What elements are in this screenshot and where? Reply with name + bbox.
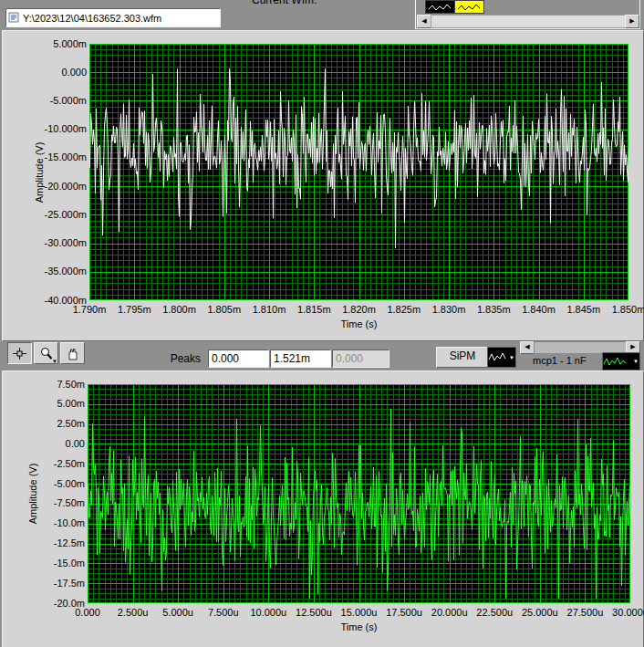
top-graph-x-tick-label: 1.815m: [297, 304, 331, 315]
bottom-graph-y-tick-label: -15.0m: [54, 558, 85, 569]
channel-name-label[interactable]: mcp1 - 1 nF: [533, 355, 587, 366]
top-graph-plot-area[interactable]: [89, 44, 628, 300]
bottom-graph-x-tick-label: 27.500u: [567, 607, 604, 618]
bottom-graph-x-tick-label: 22.500u: [476, 607, 513, 618]
peak-value-1-input[interactable]: [208, 350, 269, 368]
left-arrow-icon: ◀: [421, 17, 426, 24]
peak-value-2-input[interactable]: [270, 350, 331, 368]
top-graph-x-tick-label: 1.790m: [73, 304, 107, 315]
current-wfm-path-value: Y:\2023\12\04\163652.303.wfm: [23, 13, 161, 24]
sipm-plot-label: SiPM: [436, 347, 489, 368]
bottom-graph-x-tick-label: 2.500u: [118, 607, 149, 618]
bottom-graph-x-tick-label: 10.000u: [250, 607, 286, 618]
waveform-sample-icon: [603, 356, 627, 368]
top-graph-x-tick-label: 1.825m: [387, 304, 421, 315]
top-graph-x-axis-ticks: 1.790m1.795m1.800m1.805m1.810m1.815m1.82…: [3, 304, 643, 316]
top-graph-y-tick-label: -25.000m: [45, 209, 87, 220]
top-graph-x-tick-label: 1.850m: [612, 304, 644, 315]
bottom-graph-y-tick-label: 0.00: [66, 438, 85, 449]
top-graph-x-tick-label: 1.800m: [162, 304, 196, 315]
legend-scrollbar-track[interactable]: [431, 15, 626, 28]
top-graph-y-tick-label: -5.000m: [50, 95, 87, 106]
bottom-graph-y-tick-label: 7.50m: [57, 379, 85, 390]
pan-tool-button[interactable]: [60, 342, 85, 364]
bottom-graph-x-tick-label: 12.500u: [296, 607, 332, 618]
waveform-sample-icon: [457, 3, 483, 12]
top-graph-y-tick-label: -15.000m: [45, 151, 87, 162]
path-browse-icon: [8, 11, 20, 26]
waveform-sample-icon: [428, 3, 453, 12]
bottom-graph-y-tick-label: -10.0m: [54, 517, 85, 528]
right-arrow-icon: ▶: [630, 343, 635, 350]
bottom-graph-y-tick-label: -7.50m: [54, 497, 85, 508]
bottom-graph-panel: Amplitude (V) 7.50m5.00m2.50m0.00-2.50m-…: [2, 370, 644, 647]
top-graph-y-tick-label: 0.000: [61, 67, 87, 78]
bottom-graph-y-tick-label: -17.5m: [54, 578, 85, 589]
bottom-graph-y-tick-label: -5.00m: [54, 478, 85, 489]
peaks-label: Peaks: [144, 352, 201, 365]
bottom-graph-x-tick-label: 30.000u: [612, 607, 644, 618]
channel-plot-sample[interactable]: ▼: [602, 352, 640, 370]
plot-legend-strip: ◀ ▶: [415, 0, 640, 29]
bottom-graph-y-tick-label: 2.50m: [57, 418, 85, 429]
top-graph-x-tick-label: 1.840m: [522, 304, 556, 315]
bottom-graph-x-tick-label: 0.000: [75, 607, 100, 618]
channel-scroll-left-button[interactable]: ◀: [520, 341, 535, 354]
bottom-graph-x-tick-label: 25.000u: [522, 607, 558, 618]
right-arrow-icon: ▶: [629, 17, 634, 24]
top-graph-x-tick-label: 1.835m: [477, 304, 511, 315]
bottom-graph-y-tick-label: -2.50m: [54, 458, 85, 469]
left-arrow-icon: ◀: [525, 343, 529, 350]
sipm-plot-sample[interactable]: ▼: [487, 347, 516, 368]
dropdown-arrow-icon: ▼: [52, 359, 57, 364]
plot-legend-sample-black[interactable]: [425, 0, 455, 14]
top-graph-y-tick-label: -20.000m: [45, 181, 87, 192]
top-graph-x-tick-label: 1.820m: [342, 304, 376, 315]
labview-front-panel: Current Wfm: Y:\2023\12\04\163652.303.wf…: [0, 0, 644, 647]
bottom-graph-x-axis-ticks: 0.0002.500u5.000u7.500u10.000u12.500u15.…: [3, 607, 643, 619]
top-graph-x-tick-label: 1.805m: [207, 304, 241, 315]
zoom-tool-button[interactable]: ▼: [34, 342, 58, 364]
crosshair-icon: [12, 347, 27, 360]
top-graph-x-axis-title: Time (s): [89, 318, 628, 329]
bottom-graph-x-tick-label: 17.500u: [386, 607, 422, 618]
peak-value-3-input-disabled: [332, 350, 390, 368]
plot-legend-sample-selected[interactable]: [454, 0, 484, 14]
top-graph-y-tick-label: -10.000m: [45, 123, 87, 134]
dropdown-arrow-icon: ▼: [509, 355, 514, 360]
bottom-graph-y-tick-label: 5.00m: [57, 398, 85, 409]
bottom-graph-x-axis-title: Time (s): [88, 621, 630, 632]
top-graph-x-tick-label: 1.830m: [432, 304, 466, 315]
bottom-graph-y-tick-label: -12.5m: [54, 537, 85, 548]
top-graph-y-axis-ticks: 5.000m0.000-5.000m-10.000m-15.000m-20.00…: [19, 31, 87, 340]
legend-scroll-left-button[interactable]: ◀: [417, 15, 431, 28]
hand-icon: [66, 347, 80, 360]
current-wfm-label: Current Wfm:: [252, 0, 325, 6]
bottom-graph-plot-area[interactable]: [88, 384, 630, 603]
graph-tools-palette: ▼: [7, 342, 85, 364]
top-graph-panel: Amplitude (V) 5.000m0.000-5.000m-10.000m…: [2, 30, 644, 341]
cursor-tool-button[interactable]: [7, 342, 32, 364]
waveform-sample-icon: [488, 351, 506, 363]
top-graph-y-tick-label: 5.000m: [53, 38, 87, 49]
top-graph-x-tick-label: 1.810m: [253, 304, 286, 315]
dropdown-arrow-icon: ▼: [633, 359, 639, 364]
current-wfm-path-control[interactable]: Y:\2023\12\04\163652.303.wfm: [5, 8, 221, 27]
legend-scroll-right-button[interactable]: ▶: [625, 15, 639, 28]
top-graph-x-tick-label: 1.795m: [118, 304, 151, 315]
top-graph-y-tick-label: -35.000m: [45, 266, 87, 277]
top-graph-y-tick-label: -30.000m: [45, 237, 87, 248]
bottom-graph-y-axis-ticks: 7.50m5.00m2.50m0.00-2.50m-5.00m-7.50m-10…: [19, 371, 85, 647]
current-wfm-label-clip: Current Wfm:: [252, 0, 325, 6]
bottom-graph-x-tick-label: 20.000u: [431, 607, 468, 618]
bottom-graph-x-tick-label: 5.000u: [162, 607, 193, 618]
bottom-graph-x-tick-label: 15.000u: [341, 607, 378, 618]
bottom-graph-x-tick-label: 7.500u: [208, 607, 239, 618]
top-graph-x-tick-label: 1.845m: [566, 304, 600, 315]
